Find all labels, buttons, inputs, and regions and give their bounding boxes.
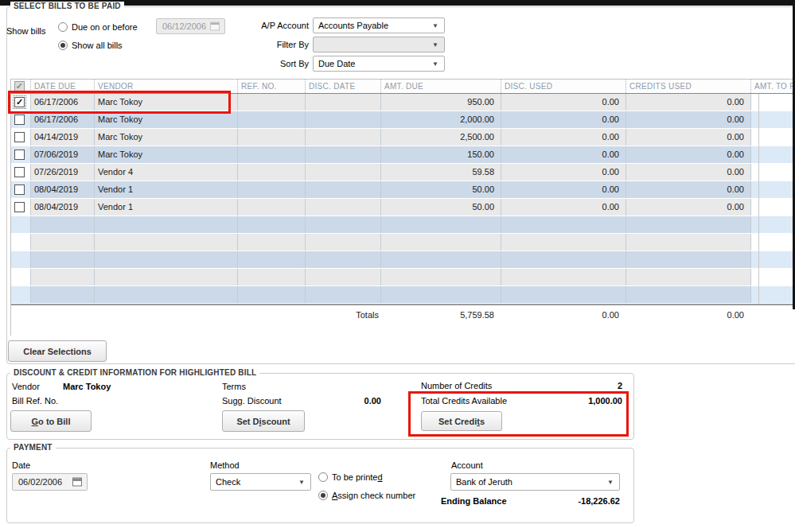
col-disc-used: DISC. USED	[501, 80, 625, 93]
cell-amt-to-pay[interactable]	[750, 111, 793, 128]
sort-by-value: Due Date	[318, 59, 355, 68]
chevron-down-icon: ▼	[432, 22, 438, 29]
select-all-checkbox[interactable]: ✓	[14, 81, 25, 91]
vendor-label: Vendor	[12, 382, 40, 391]
table-row-7[interactable]: 08/04/2019 Vendor 1 50.00 0.00 0.00	[11, 199, 793, 216]
sort-by-dropdown[interactable]: Due Date ▼	[313, 56, 445, 72]
cell-disc-date	[305, 164, 380, 181]
table-row-3[interactable]: 04/14/2019 Marc Tokoy 2,500.00 0.00 0.00	[11, 129, 793, 146]
set-discount-button[interactable]: Set Discount	[222, 410, 305, 432]
method-value: Check	[216, 477, 240, 487]
show-all-bills-radio[interactable]	[58, 41, 68, 50]
col-disc-date: DISC. DATE	[305, 80, 380, 93]
row-checkbox[interactable]: ✓	[14, 97, 25, 107]
total-credits-label: Total Credits Available	[421, 396, 507, 406]
table-row-2[interactable]: 06/17/2006 Marc Tokoy 2,000.00 0.00 0.00	[11, 111, 793, 129]
assign-check-number-radio[interactable]	[318, 491, 328, 500]
cell-disc-used: 0.00	[501, 111, 625, 128]
checkbox-cell[interactable]	[11, 111, 30, 128]
cell-disc-used: 0.00	[501, 146, 625, 163]
col-amt-to-pay: AMT. TO PAY	[750, 80, 793, 93]
show-all-bills-label: Show all bills	[72, 41, 123, 50]
cell-amt-due: 50.00	[380, 199, 501, 216]
amt-to-pay-column-line	[758, 94, 759, 304]
row-checkbox[interactable]	[14, 132, 25, 142]
cell-amt-to-pay[interactable]	[750, 129, 793, 146]
cell-amt-to-pay[interactable]	[750, 181, 793, 198]
cell-amt-to-pay[interactable]	[750, 94, 793, 111]
cell-ref-no	[237, 181, 305, 198]
calendar-icon[interactable]	[72, 478, 82, 487]
checkbox-cell[interactable]: ✓	[11, 94, 30, 111]
number-of-credits-value: 2	[543, 381, 622, 390]
col-credits-used: CREDITS USED	[625, 80, 750, 93]
cell-amt-to-pay[interactable]	[750, 199, 793, 216]
row-checkbox[interactable]	[14, 150, 25, 160]
method-dropdown[interactable]: Check ▼	[210, 473, 311, 491]
checkbox-cell[interactable]	[11, 181, 30, 198]
table-row-4[interactable]: 07/06/2019 Marc Tokoy 150.00 0.00 0.00	[11, 146, 793, 164]
to-be-printed-radio[interactable]	[318, 472, 328, 482]
checkbox-cell[interactable]	[11, 199, 30, 216]
cell-amt-to-pay[interactable]	[750, 146, 793, 163]
table-row-1[interactable]: ✓ 06/17/2006 Marc Tokoy 950.00 0.00 0.00	[11, 94, 793, 111]
clear-selections-button[interactable]: Clear Selections	[8, 340, 107, 362]
go-to-bill-button[interactable]: Go to Bill	[10, 410, 92, 432]
cell-vendor: Marc Tokoy	[94, 129, 237, 146]
account-value: Bank of Jeruth	[456, 477, 512, 487]
row-checkbox[interactable]	[14, 167, 25, 177]
ap-account-dropdown[interactable]: Accounts Payable ▼	[313, 17, 445, 33]
cell-vendor: Vendor 1	[94, 181, 237, 198]
cell-disc-date	[305, 146, 380, 163]
cell-credits-used: 0.00	[625, 181, 750, 198]
cell-date-due: 06/17/2006	[30, 111, 94, 128]
chevron-down-icon: ▼	[298, 479, 305, 486]
table-row-5[interactable]: 07/26/2019 Vendor 4 59.58 0.00 0.00	[11, 164, 793, 181]
row-checkbox[interactable]	[14, 115, 25, 125]
payment-date-field[interactable]: 06/02/2006	[12, 473, 88, 491]
cell-amt-due: 2,000.00	[380, 111, 501, 128]
account-dropdown[interactable]: Bank of Jeruth ▼	[450, 473, 620, 491]
chevron-down-icon: ▼	[432, 41, 438, 49]
vendor-value: Marc Tokoy	[63, 382, 111, 391]
cell-disc-used: 0.00	[501, 94, 625, 111]
cell-disc-date	[305, 129, 380, 146]
due-on-or-before-label: Due on or before	[72, 22, 138, 32]
table-row-6[interactable]: 08/04/2019 Vendor 1 50.00 0.00 0.00	[11, 181, 793, 199]
checkbox-cell[interactable]	[11, 164, 30, 181]
cell-ref-no	[237, 164, 305, 181]
ending-balance-label: Ending Balance	[441, 496, 507, 506]
due-date-field: 06/12/2006	[156, 18, 225, 34]
cell-date-due: 04/14/2019	[30, 129, 94, 146]
cell-vendor: Marc Tokoy	[94, 111, 237, 128]
sugg-discount-label: Sugg. Discount	[222, 396, 282, 406]
checkbox-cell[interactable]	[11, 146, 30, 163]
cell-vendor: Marc Tokoy	[94, 94, 237, 111]
row-checkbox[interactable]	[14, 202, 25, 212]
empty-row	[11, 216, 793, 234]
discount-credit-section: DISCOUNT & CREDIT INFORMATION FOR HIGHLI…	[6, 373, 634, 440]
cell-disc-date	[305, 181, 380, 198]
col-vendor: VENDOR	[94, 80, 237, 93]
filter-by-dropdown[interactable]: ▼	[313, 37, 445, 52]
due-on-or-before-radio[interactable]	[58, 22, 68, 32]
number-of-credits-label: Number of Credits	[421, 381, 492, 390]
cell-vendor: Marc Tokoy	[94, 146, 237, 163]
bills-table: ✓ DATE DUE VENDOR REF. NO. DISC. DATE AM…	[10, 79, 793, 336]
cell-date-due: 06/17/2006	[30, 94, 94, 111]
checkbox-cell[interactable]	[11, 129, 30, 146]
cell-ref-no	[237, 146, 305, 163]
sugg-discount-value: 0.00	[310, 396, 381, 406]
payment-date-value: 06/02/2006	[18, 477, 62, 487]
cell-disc-date	[305, 199, 380, 216]
cell-amt-to-pay[interactable]	[750, 164, 793, 181]
set-credits-button[interactable]: Set Credits	[421, 411, 502, 431]
row-checkbox[interactable]	[14, 184, 25, 195]
cell-vendor: Vendor 1	[94, 199, 237, 216]
select-all-cell[interactable]: ✓	[11, 80, 30, 93]
sort-by-label: Sort By	[229, 59, 309, 68]
cell-amt-due: 59.58	[380, 164, 501, 181]
bills-table-header: ✓ DATE DUE VENDOR REF. NO. DISC. DATE AM…	[11, 80, 793, 94]
totals-disc-used: 0.00	[501, 305, 625, 336]
cell-date-due: 08/04/2019	[30, 199, 94, 216]
